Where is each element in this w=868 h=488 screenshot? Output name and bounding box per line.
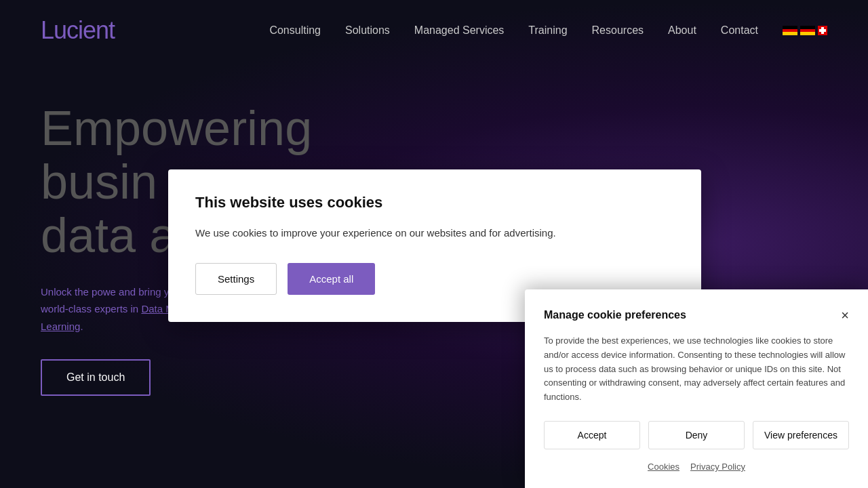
cookie-dialog-description: We use cookies to improve your experienc… (195, 225, 674, 241)
manage-panel-title: Manage cookie preferences (544, 309, 686, 321)
cookie-settings-button[interactable]: Settings (195, 263, 277, 295)
manage-panel-close-button[interactable]: × (841, 308, 849, 322)
manage-panel-accept-button[interactable]: Accept (544, 421, 640, 449)
cookie-overlay: This website uses cookies We use cookies… (0, 0, 868, 488)
manage-panel-deny-button[interactable]: Deny (648, 421, 745, 449)
manage-panel-description: To provide the best experiences, we use … (544, 334, 849, 405)
privacy-policy-link[interactable]: Privacy Policy (690, 462, 745, 472)
manage-panel-header: Manage cookie preferences × (544, 308, 849, 322)
manage-panel-view-preferences-button[interactable]: View preferences (753, 421, 849, 449)
cookie-accept-all-button[interactable]: Accept all (288, 263, 375, 295)
manage-panel-links: Cookies Privacy Policy (544, 462, 849, 472)
manage-cookie-panel: Manage cookie preferences × To provide t… (525, 289, 868, 488)
cookies-link[interactable]: Cookies (648, 462, 679, 472)
manage-panel-action-buttons: Accept Deny View preferences (544, 421, 849, 449)
cookie-dialog-title: This website uses cookies (195, 194, 674, 211)
